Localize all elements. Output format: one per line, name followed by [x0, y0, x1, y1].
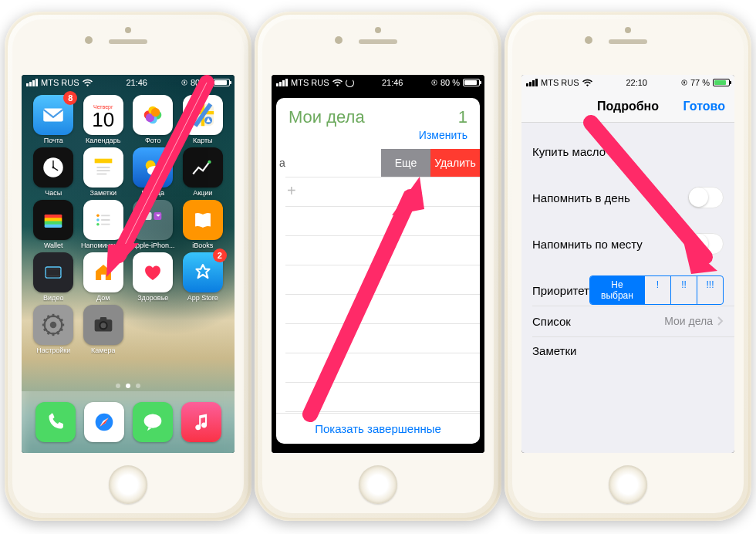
svg-rect-14 — [94, 159, 112, 164]
orientation-lock-icon — [431, 79, 437, 86]
more-button[interactable]: Eще — [381, 149, 430, 177]
list-title: Мои дела — [289, 107, 365, 127]
show-completed-button[interactable]: Показать завершенные — [276, 413, 480, 444]
dock — [22, 391, 235, 453]
battery-charging-icon — [713, 79, 730, 86]
app-phone[interactable] — [35, 402, 76, 442]
clock-label: 21:46 — [126, 78, 147, 87]
svg-point-24 — [96, 218, 100, 221]
edit-button[interactable]: Изменить — [289, 129, 467, 141]
app-messages[interactable] — [133, 402, 173, 442]
svg-rect-47 — [100, 317, 107, 320]
app-wallet[interactable]: Wallet — [29, 200, 78, 249]
reminders-screen: MTS RUS 21:46 80 % Мои дела 1 Изменить — [272, 75, 484, 453]
carrier-label: MTS RUS — [41, 78, 79, 87]
svg-line-33 — [57, 316, 59, 319]
svg-line-36 — [60, 329, 63, 330]
app-заметки[interactable]: Заметки — [79, 147, 128, 197]
delete-button[interactable]: Удалить — [430, 149, 480, 177]
svg-point-16 — [147, 166, 163, 176]
list-row[interactable]: Список Мои дела — [521, 306, 734, 336]
wifi-icon — [582, 79, 592, 86]
app-safari[interactable] — [84, 402, 124, 442]
priority-none[interactable]: Не выбран — [590, 276, 644, 304]
app-напоминания[interactable]: Напоминания — [79, 200, 128, 249]
signal-icon — [526, 79, 538, 86]
app-app store[interactable]: 2App Store — [179, 252, 228, 302]
battery-percent: 80 % — [191, 78, 210, 87]
svg-line-43 — [48, 316, 49, 319]
svg-rect-28 — [46, 267, 61, 278]
status-bar: MTS RUS 21:46 80 % — [272, 75, 484, 90]
svg-line-39 — [48, 332, 49, 335]
remind-location-row[interactable]: Напомнить по месту — [521, 228, 734, 259]
phone-2: MTS RUS 21:46 80 % Мои дела 1 Изменить — [255, 12, 501, 521]
svg-rect-26 — [144, 212, 152, 220]
priority-med[interactable]: !! — [670, 276, 697, 304]
phone-3: MTS RUS 22:10 77 % Подробно Готово Купит… — [505, 12, 751, 521]
phone-1: MTS RUS 21:46 80 % 8Почта Четверг 10 Кал… — [5, 12, 251, 521]
svg-rect-27 — [154, 212, 162, 220]
svg-point-17 — [208, 161, 211, 164]
carrier-label: MTS RUS — [291, 78, 329, 87]
app-часы[interactable]: Часы — [29, 147, 78, 197]
orientation-lock-icon — [681, 79, 687, 86]
svg-rect-21 — [45, 225, 62, 228]
remind-location-label: Напомнить по месту — [532, 238, 643, 251]
app-видео[interactable]: Видео — [29, 252, 78, 302]
app-apple-iphon...[interactable]: Apple-iPhon... — [129, 200, 177, 249]
clock-label: 21:46 — [382, 78, 403, 87]
details-screen: MTS RUS 22:10 77 % Подробно Готово Купит… — [521, 75, 734, 453]
app-настройки[interactable]: Настройки — [29, 305, 78, 354]
done-button[interactable]: Готово — [683, 100, 725, 113]
home-button[interactable] — [109, 465, 147, 504]
list-count: 1 — [458, 107, 467, 127]
notes-row[interactable]: Заметки — [521, 336, 734, 380]
signal-icon — [26, 79, 38, 86]
svg-line-34 — [60, 319, 63, 321]
clock-label: 22:10 — [626, 78, 647, 87]
reminder-name-label: Купить масло — [532, 145, 606, 158]
svg-point-23 — [96, 215, 100, 218]
signal-icon — [276, 79, 288, 86]
remind-day-row[interactable]: Напомнить в день — [521, 182, 734, 213]
app-карты[interactable]: Карты — [179, 95, 228, 144]
svg-line-40 — [44, 329, 47, 330]
reminder-name-field[interactable]: Купить масло — [521, 136, 734, 167]
remind-day-toggle[interactable] — [688, 187, 724, 208]
svg-point-50 — [143, 414, 161, 428]
app-ibooks[interactable]: iBooks — [179, 200, 228, 249]
app-камера[interactable]: Камера — [79, 305, 128, 354]
list-value: Мои дела — [664, 315, 713, 327]
priority-low[interactable]: ! — [644, 276, 670, 304]
reminder-item[interactable]: а Eще Удалить — [276, 149, 480, 177]
chevron-right-icon — [717, 315, 724, 328]
app-погода[interactable]: Погода — [129, 147, 177, 197]
priority-high[interactable]: !!! — [697, 276, 723, 304]
home-button[interactable] — [609, 465, 647, 504]
svg-line-42 — [44, 319, 47, 321]
app-календарь[interactable]: Четверг 10 Календарь — [79, 95, 128, 144]
priority-segmented[interactable]: Не выбран ! !! !!! — [589, 275, 724, 305]
wifi-icon — [83, 79, 93, 86]
home-screen: MTS RUS 21:46 80 % 8Почта Четверг 10 Кал… — [22, 75, 235, 453]
svg-rect-2 — [44, 109, 64, 122]
remind-location-toggle[interactable] — [688, 233, 724, 255]
wifi-icon — [332, 79, 343, 86]
add-reminder-button[interactable]: + — [287, 183, 296, 198]
svg-point-12 — [52, 167, 55, 169]
app-акции[interactable]: Акции — [179, 147, 228, 197]
app-дом[interactable]: Дом — [79, 252, 128, 302]
app-почта[interactable]: 8Почта — [29, 95, 78, 144]
home-button[interactable] — [359, 465, 397, 504]
svg-point-46 — [100, 323, 106, 328]
app-фото[interactable]: Фото — [129, 95, 177, 144]
svg-rect-1 — [184, 82, 185, 83]
loading-icon — [346, 79, 354, 87]
battery-icon — [213, 79, 230, 86]
nav-bar: Подробно Готово — [521, 90, 734, 123]
app-music[interactable] — [181, 402, 221, 442]
page-dots[interactable] — [22, 384, 235, 388]
app-здоровье[interactable]: Здоровье — [129, 252, 177, 302]
svg-point-25 — [96, 223, 100, 226]
